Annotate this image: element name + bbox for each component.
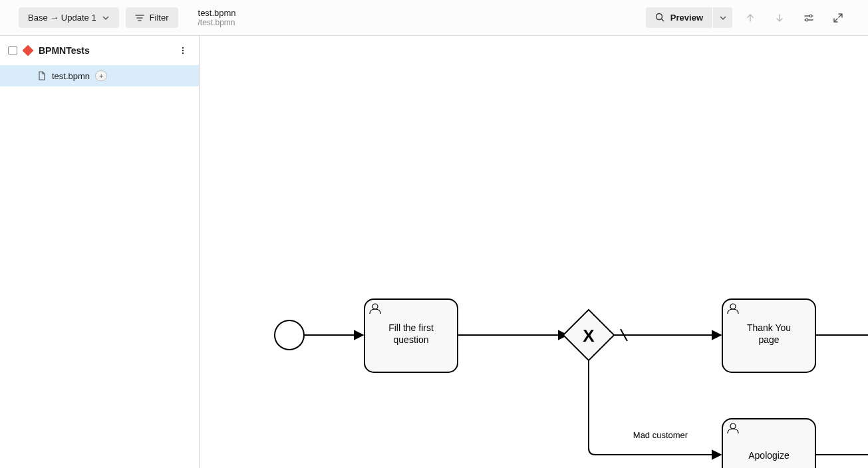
bpmn-icon (23, 45, 33, 56)
task-label: Apologize (748, 450, 790, 461)
svg-point-5 (182, 50, 184, 51)
preview-icon (655, 13, 665, 23)
user-task-fill-question[interactable]: Fill the first question (364, 299, 458, 372)
next-diff-button[interactable] (768, 7, 791, 29)
more-button[interactable] (175, 43, 191, 58)
sidebar: BPMNTests test.bpmn + (0, 36, 200, 468)
bpmn-diagram: Fill the first question X (200, 36, 868, 468)
sliders-icon (803, 13, 814, 23)
sequence-flow-default[interactable] (614, 329, 721, 341)
preview-button[interactable]: Preview (646, 7, 712, 28)
arrow-down-icon (775, 13, 784, 23)
expand-icon (833, 13, 843, 23)
task-label: Thank You (747, 322, 791, 333)
file-info: test.bpmn /test.bpmn (198, 8, 236, 27)
exclusive-gateway[interactable]: X (563, 310, 614, 360)
toolbar: Base → Update 1 Filter test.bpmn /test.b… (0, 0, 868, 36)
compare-dropdown[interactable]: Base → Update 1 (19, 7, 119, 28)
user-task-thank-you[interactable]: Thank You page (722, 299, 815, 372)
chevron-down-icon (719, 14, 727, 22)
task-label: Fill the first (388, 322, 434, 333)
arrow-up-icon (746, 13, 755, 23)
diagram-canvas[interactable]: Fill the first question X (200, 36, 868, 468)
root-label: BPMNTests (39, 45, 90, 56)
file-name: test.bpmn (198, 8, 236, 18)
svg-point-0 (656, 14, 662, 20)
svg-point-6 (182, 53, 184, 54)
filter-button[interactable]: Filter (126, 7, 178, 28)
tree-item-label: test.bpmn (52, 71, 90, 81)
svg-point-2 (805, 19, 808, 21)
task-label: question (394, 334, 429, 345)
more-vertical-icon (178, 46, 188, 55)
tree-item-file[interactable]: test.bpmn + (0, 65, 199, 86)
user-task-apologize[interactable]: Apologize (722, 419, 815, 468)
preview-dropdown[interactable] (712, 7, 732, 28)
compare-label: Base → Update 1 (28, 13, 96, 23)
svg-point-4 (182, 47, 184, 49)
expand-button[interactable] (827, 7, 849, 29)
start-event[interactable] (275, 320, 304, 350)
root-checkbox[interactable] (8, 46, 17, 55)
file-path: /test.bpmn (198, 18, 236, 27)
prev-diff-button[interactable] (739, 7, 762, 29)
main: BPMNTests test.bpmn + (0, 36, 868, 468)
tree-root[interactable]: BPMNTests (0, 36, 199, 65)
preview-group: Preview (646, 7, 732, 28)
filter-label: Filter (150, 13, 169, 23)
file-icon (37, 71, 47, 80)
svg-rect-3 (23, 45, 33, 56)
svg-point-1 (809, 15, 812, 17)
preview-label: Preview (670, 13, 703, 23)
task-label: page (758, 334, 779, 345)
gateway-marker: X (583, 326, 595, 346)
filter-icon (135, 13, 144, 23)
chevron-down-icon (102, 14, 110, 22)
settings-button[interactable] (797, 7, 820, 29)
sequence-flow-mad[interactable]: Mad customer (589, 360, 721, 455)
added-badge: + (95, 70, 107, 81)
flow-label: Mad customer (633, 430, 688, 440)
